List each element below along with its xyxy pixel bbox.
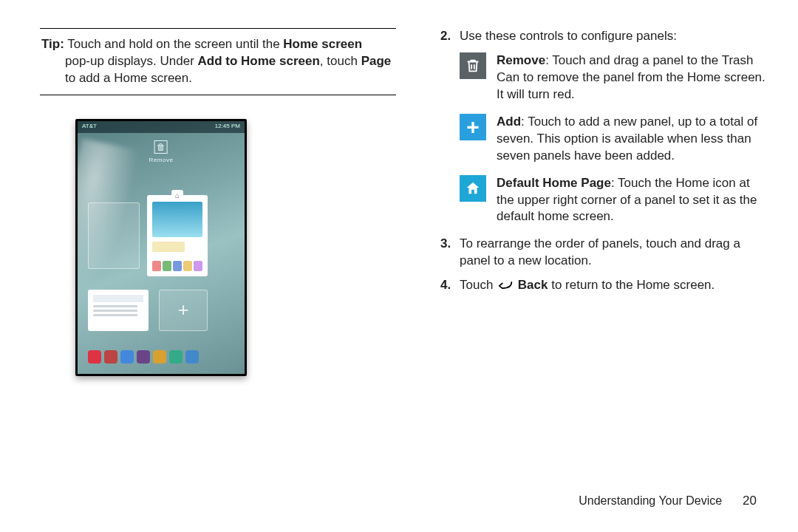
mini-header: [93, 295, 143, 302]
step-4: 4. Touch Back to return to the Home scre…: [440, 277, 767, 296]
panel-thumb-left: [88, 202, 140, 269]
tip-text-1a: Touch and hold on the screen until the: [64, 37, 283, 51]
home-icon: ⌂: [171, 190, 183, 202]
step-4-back: Back: [518, 278, 548, 292]
footer-page-number: 20: [743, 493, 757, 510]
add-text: : Touch to add a new panel, up to a tota…: [497, 115, 757, 163]
control-add: + Add: Touch to add a new panel, up to a…: [460, 114, 767, 165]
step-2: 2. Use these controls to configure panel…: [440, 28, 767, 45]
default-home-label: Default Home Page: [497, 176, 611, 190]
home-page-icon: [460, 175, 486, 202]
page-footer: Understanding Your Device 20: [579, 493, 757, 510]
carrier-label: AT&T: [82, 123, 97, 131]
mini-app-row: [152, 261, 202, 271]
tip-text-2d: Page: [361, 54, 392, 68]
mini-wallpaper: [152, 202, 202, 237]
device-screenshot: AT&T 12:45 PM 🗑 Remove ⌂ +: [75, 119, 247, 376]
time-label: 12:45 PM: [215, 123, 240, 131]
remove-label: Remove: [149, 157, 174, 165]
step-4-a: Touch: [460, 278, 497, 292]
control-remove: Remove: Touch and drag a panel to the Tr…: [460, 52, 767, 103]
step-3: 3. To rearrange the order of panels, tou…: [440, 236, 767, 270]
status-bar: AT&T 12:45 PM: [78, 121, 245, 133]
mini-lines: [93, 305, 137, 318]
control-default-home: Default Home Page: Touch the Home icon a…: [460, 175, 767, 226]
add-label: Add: [497, 115, 521, 129]
step-2-text: Use these controls to configure panels:: [460, 28, 767, 45]
mini-widget: [152, 242, 185, 252]
tip-label: Tip:: [41, 37, 64, 51]
back-icon: [498, 279, 513, 296]
step-2-num: 2.: [440, 28, 460, 45]
step-3-num: 3.: [440, 236, 460, 270]
panel-thumb-bottom: [88, 290, 149, 331]
step-4-num: 4.: [440, 277, 460, 296]
footer-section: Understanding Your Device: [579, 493, 722, 509]
remove-label: Remove: [497, 53, 545, 67]
rule-bottom: [40, 95, 396, 95]
tip-text-2a: pop-up displays. Under: [65, 54, 198, 68]
trash-can-icon: [460, 52, 486, 79]
step-3-text: To rearrange the order of panels, touch …: [460, 236, 767, 270]
tip-block: Tip: Touch and hold on the screen until …: [40, 36, 396, 87]
tip-text-3: to add a Home screen.: [65, 70, 395, 87]
plus-icon: +: [177, 297, 188, 323]
trash-icon: 🗑: [154, 140, 168, 154]
rule-top: [40, 28, 396, 29]
panel-thumb-main: ⌂: [147, 195, 208, 276]
tip-text-1b: Home screen: [283, 37, 362, 51]
mini-dock: [88, 347, 234, 366]
tip-text-2c: , touch: [320, 54, 361, 68]
step-4-b: to return to the Home screen.: [548, 278, 715, 292]
remove-target: 🗑 Remove: [149, 140, 174, 165]
panel-add: +: [159, 290, 208, 331]
tip-text-2b: Add to Home screen: [198, 54, 320, 68]
plus-icon: +: [460, 114, 486, 140]
